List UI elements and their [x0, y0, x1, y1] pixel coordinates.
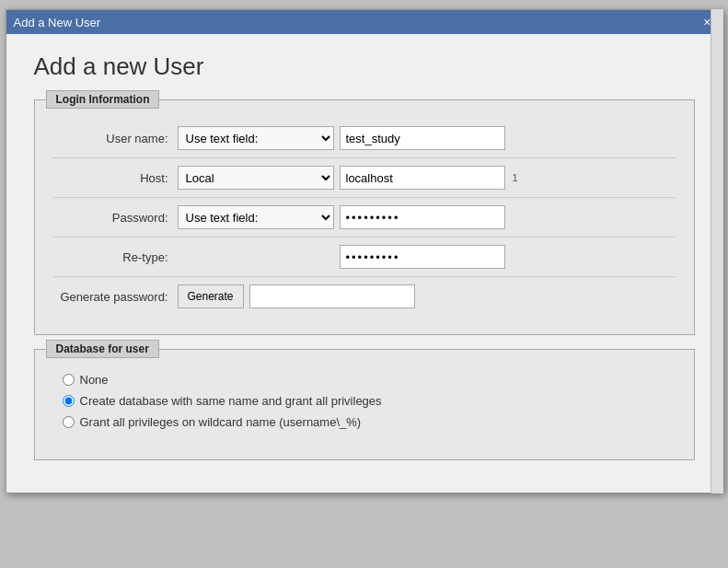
host-input[interactable] — [340, 166, 505, 190]
host-type-select[interactable]: Local Any host Use text field: — [178, 166, 334, 190]
host-row: Host: Local Any host Use text field: 1 — [53, 158, 676, 198]
host-label: Host: — [53, 158, 173, 198]
password-row: Password: Use text field: No password — [53, 198, 676, 238]
login-information-section: Login Information User name: Use text fi… — [34, 99, 695, 335]
radio-wildcard[interactable] — [63, 416, 75, 428]
retype-row: Re-type: — [53, 238, 676, 277]
radio-none-item: None — [63, 373, 666, 387]
password-label: Password: — [53, 198, 173, 238]
dialog-title: Add a New User — [14, 16, 101, 29]
retype-label: Re-type: — [53, 238, 173, 277]
generate-password-label: Generate password: — [53, 277, 173, 317]
login-information-legend: Login Information — [46, 90, 160, 109]
password-input[interactable] — [340, 205, 505, 229]
database-radio-group: None Create database with same name and … — [53, 364, 676, 441]
generate-button[interactable]: Generate — [178, 284, 244, 308]
retype-input[interactable] — [340, 245, 505, 269]
dialog-titlebar: Add a New User × — [6, 10, 722, 34]
radio-wildcard-item: Grant all privileges on wildcard name (u… — [63, 415, 666, 429]
username-row: User name: Use text field: Any user — [53, 119, 676, 158]
username-input[interactable] — [340, 126, 505, 150]
password-type-select[interactable]: Use text field: No password — [178, 205, 334, 229]
radio-create-label: Create database with same name and grant… — [80, 394, 382, 408]
login-form-table: User name: Use text field: Any user — [53, 119, 676, 316]
generated-password-input[interactable] — [249, 284, 415, 308]
database-for-user-legend: Database for user — [46, 340, 159, 358]
radio-none-label: None — [80, 373, 109, 387]
radio-create-item: Create database with same name and grant… — [63, 394, 666, 408]
radio-none[interactable] — [63, 374, 75, 386]
scrollbar[interactable] — [711, 9, 723, 493]
database-for-user-section: Database for user None Create database w… — [34, 349, 695, 460]
radio-create[interactable] — [63, 395, 75, 407]
host-hint: 1 — [513, 172, 518, 183]
username-label: User name: — [53, 119, 173, 158]
page-title: Add a new User — [34, 52, 695, 81]
generate-password-row: Generate password: Generate — [53, 277, 676, 317]
radio-wildcard-label: Grant all privileges on wildcard name (u… — [80, 415, 362, 429]
username-type-select[interactable]: Use text field: Any user — [178, 126, 334, 150]
